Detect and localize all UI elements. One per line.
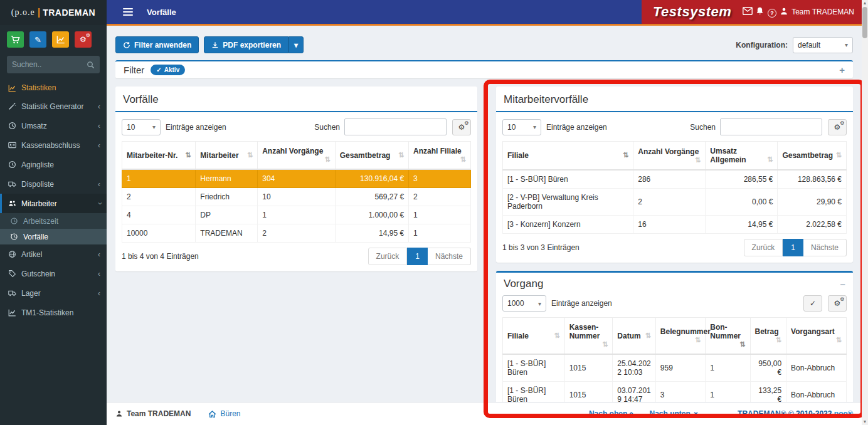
next-page-button[interactable]: Nächste: [803, 239, 847, 256]
user-menu-button[interactable]: [778, 7, 790, 18]
vorfaelle-search-input[interactable]: [344, 118, 447, 135]
scroll-down-arrow-icon[interactable]: ▼: [862, 419, 868, 425]
clock-icon: [8, 122, 16, 130]
col-betrag[interactable]: Betrag⇅: [750, 318, 786, 355]
vorfaelle-card: Vorfälle 10 ▾ Einträge anzeigen Suchen ⚙…: [115, 87, 477, 271]
col-filiale[interactable]: Filiale⇅: [503, 142, 633, 171]
configuration-select[interactable]: default ▾: [793, 37, 853, 53]
page-size-select[interactable]: 1000 ▾: [502, 295, 546, 312]
brand-logo[interactable]: (p.o.e | TRADEMAN: [0, 0, 107, 25]
footer-user: Team TRADEMAN: [115, 409, 191, 418]
col-mitarbeiter-nr[interactable]: Mitarbeiter-Nr.⇅: [122, 142, 196, 170]
table-row[interactable]: [1 - S-BÜR] Büren 286 286,55 € 128.863,5…: [503, 170, 847, 189]
mitarbeitervorfaelle-card-title: Mitarbeitervorfälle: [502, 92, 847, 111]
sidebar-item-umsatz[interactable]: Umsatz ‹: [0, 116, 107, 135]
scrollbar-thumb[interactable]: [862, 7, 867, 38]
sidebar-item-agingliste[interactable]: Agingliste: [0, 155, 107, 174]
sort-icon: ⇅: [645, 332, 651, 340]
mitarbeitervorfaelle-settings-button[interactable]: ⚙⚙: [828, 119, 847, 135]
download-icon: [211, 41, 219, 49]
chevron-down-icon: ‹: [94, 202, 103, 204]
scroll-to-top-link[interactable]: Nach oben «: [589, 409, 635, 419]
sidebar-search-input[interactable]: [12, 60, 87, 69]
sidebar-item-statistiken[interactable]: Statistiken: [0, 79, 107, 97]
filter-panel[interactable]: Filter ✓Aktiv +: [115, 60, 853, 78]
sidebar-item-statistik-generator[interactable]: Statistik Generator ‹: [0, 97, 107, 116]
scroll-up-arrow-icon[interactable]: ▲: [862, 0, 868, 6]
vorgang-select-all-button[interactable]: ✓: [803, 295, 822, 312]
pdf-export-caret-button[interactable]: ▾: [288, 36, 304, 53]
next-page-button[interactable]: Nächste: [428, 248, 471, 265]
col-gesamtbetrag[interactable]: Gesamtbetrag⇅: [335, 142, 408, 170]
table-row[interactable]: [1 - S-BÜR] Büren 1015 25.04.2022 10:03 …: [503, 354, 847, 382]
sidebar-item-dispoliste[interactable]: Dispoliste ‹: [0, 174, 107, 194]
col-bon-nummer[interactable]: Bon-Nummer⇅: [706, 318, 750, 355]
col-anzahl-filiale[interactable]: Anzahl Filiale⇅: [409, 142, 471, 170]
table-row[interactable]: [2 - V-PB] Verwaltung Kreis Paderborn 2 …: [503, 189, 847, 216]
chevron-left-icon: ‹: [98, 179, 100, 189]
notifications-button[interactable]: [754, 6, 766, 18]
col-anzahl-vorgaenge[interactable]: Anzahl Vorgänge⇅: [258, 142, 336, 170]
table-row-selected[interactable]: 1 Hermann 304 130.916,04 € 3: [122, 169, 471, 188]
check-icon: ✓: [156, 66, 161, 73]
sidebar-nav: Statistiken Statistik Generator ‹ Umsatz…: [0, 79, 107, 322]
sidebar-item-tm1-statistiken[interactable]: TM1-Statistiken: [0, 303, 107, 322]
cart-button[interactable]: [7, 31, 24, 48]
page-size-select[interactable]: 10 ▾: [502, 119, 541, 135]
apply-filter-button[interactable]: Filter anwenden: [115, 36, 199, 53]
footer-location-link[interactable]: Büren: [208, 409, 240, 418]
user-name[interactable]: Team TRADEMAN: [791, 8, 854, 16]
navbar-right: Testsystem ? Team TRADEMAN: [642, 0, 862, 24]
check-icon: ✓: [810, 299, 816, 308]
sidebar-item-arbeitszeit[interactable]: Arbeitszeit: [0, 213, 107, 229]
col-gesamtbetrag[interactable]: Gesamtbetrag⇅: [778, 142, 847, 171]
sidebar-item-kassenabschluss[interactable]: Kassenabschluss ‹: [0, 135, 107, 155]
vertical-scrollbar[interactable]: ▲ ▼: [862, 0, 868, 425]
help-button[interactable]: ?: [766, 7, 778, 18]
statistics-button[interactable]: [52, 31, 69, 48]
col-umsatz-allgemein[interactable]: Umsatz Allgemein⇅: [706, 142, 778, 171]
clock-icon: [10, 217, 18, 225]
mitarbeitervorfaelle-search-input[interactable]: [720, 118, 822, 135]
tag-icon: [8, 270, 16, 278]
collapse-minus-icon[interactable]: −: [840, 279, 845, 290]
messages-button[interactable]: [741, 7, 753, 17]
vorfaelle-settings-button[interactable]: ⚙⚙: [452, 119, 471, 135]
hamburger-menu-icon[interactable]: [123, 8, 133, 16]
col-mitarbeiter[interactable]: Mitarbeiter⇅: [196, 142, 258, 170]
col-datum[interactable]: Datum⇅: [613, 318, 656, 355]
search-icon[interactable]: [87, 61, 95, 69]
table-row[interactable]: 10000 TRADEMAN 2 14,95 € 1: [122, 224, 471, 243]
sort-icon: ⇅: [247, 151, 253, 159]
expand-plus-icon[interactable]: +: [839, 65, 845, 75]
col-belegnummer[interactable]: Belegnummer⇅: [655, 318, 705, 355]
scroll-to-bottom-link[interactable]: Nach unten «: [649, 409, 697, 419]
page-1-button[interactable]: 1: [783, 239, 803, 256]
page-1-button[interactable]: 1: [407, 248, 428, 265]
page-title: Vorfälle: [147, 8, 176, 17]
table-row[interactable]: 2 Friedrich 10 569,27 € 2: [122, 188, 471, 206]
settings-button[interactable]: ⚙⚙: [75, 31, 92, 48]
prev-page-button[interactable]: Zurück: [744, 239, 783, 256]
col-anzahl-vorgaenge[interactable]: Anzahl Vorgänge⇅: [633, 142, 706, 171]
prev-page-button[interactable]: Zurück: [368, 248, 408, 265]
vorgang-settings-button[interactable]: ⚙⚙: [828, 295, 847, 312]
copyright: TRADEMAN® © 2010-2022 poe®: [738, 409, 853, 418]
col-vorgangsart[interactable]: Vorgangsart⇅: [786, 318, 847, 355]
sort-icon: ⇅: [695, 156, 701, 164]
col-kassen-nummer[interactable]: Kassen-Nummer⇅: [564, 318, 613, 355]
sidebar-item-mitarbeiter[interactable]: Mitarbeiter ‹: [0, 194, 107, 213]
edit-button[interactable]: ✎: [29, 31, 46, 48]
pdf-export-button[interactable]: PDF exportieren: [204, 36, 288, 53]
sidebar-item-gutschein[interactable]: Gutschein ‹: [0, 264, 107, 283]
sidebar-item-lager[interactable]: Lager ‹: [0, 283, 107, 303]
table-row[interactable]: [3 - Konzern] Konzern 16 14,95 € 2.022,5…: [503, 216, 847, 234]
chart-line-icon: [8, 308, 16, 317]
col-filiale[interactable]: Filiale⇅: [503, 318, 565, 355]
quick-actions: ✎ ⚙⚙: [0, 25, 107, 50]
envelope-icon: [743, 7, 753, 15]
sidebar-item-vorfaelle[interactable]: Vorfälle: [0, 229, 107, 244]
page-size-select[interactable]: 10 ▾: [122, 119, 161, 135]
table-row[interactable]: 4 DP 1 1.000,00 € 1: [122, 206, 471, 224]
sidebar-item-artikel[interactable]: Artikel ‹: [0, 244, 107, 264]
